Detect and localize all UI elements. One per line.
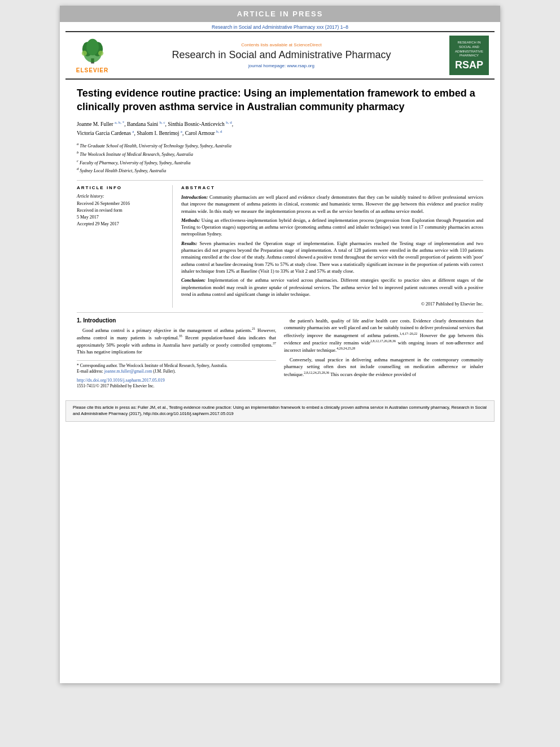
journal-title-text: Research in Social and Administrative Ph… — [119, 49, 444, 62]
right-paragraph-1: the patient's health, quality of life an… — [284, 317, 483, 353]
page: ARTICLE IN PRESS Research in Social and … — [60, 6, 500, 683]
article-info-col: ARTICLE INFO Article history: Received 2… — [77, 185, 173, 308]
email-link[interactable]: joanne.m.fuller@gmail.com — [104, 369, 152, 374]
right-paragraph-2: Conversely, usual practice in delivering… — [284, 356, 483, 378]
svg-point-5 — [81, 50, 86, 55]
body-two-col: 1. Introduction Good asthma control is a… — [77, 317, 483, 389]
corresponding-author-note: * Corresponding author. The Woolcock Ins… — [77, 363, 276, 369]
abstract-methods: Methods: Using an effectiveness-implemen… — [181, 217, 483, 238]
aip-banner: ARTICLE IN PRESS — [60, 6, 500, 22]
intro-right-text: the patient's health, quality of life an… — [284, 317, 483, 378]
intro-body-text: Good asthma control is a primary objecti… — [77, 326, 276, 356]
elsevier-text: ELSEVIER — [76, 67, 108, 73]
rsap-logo: RESEARCH INSOCIAL ANDADMINISTRATIVEPHARM… — [449, 36, 489, 75]
journal-meta-line: Research in Social and Administrative Ph… — [60, 22, 500, 31]
journal-homepage-url[interactable]: www.rsap.org — [287, 63, 314, 68]
journal-meta-text: Research in Social and Administrative Ph… — [212, 24, 348, 30]
citation-text: Please cite this article in press as: Fu… — [73, 405, 487, 416]
body-divider — [77, 312, 483, 313]
citation-box: Please cite this article in press as: Fu… — [65, 400, 495, 422]
issn-line: 1551-7411/© 2017 Published by Elsevier I… — [77, 383, 276, 390]
elsevier-logo: ELSEVIER — [71, 38, 113, 73]
email-note: E-mail address: joanne.m.fuller@gmail.co… — [77, 369, 276, 375]
article-dates: Received 26 September 2016 Received in r… — [77, 200, 167, 228]
doi-link[interactable]: http://dx.doi.org/10.1016/j.sapharm.2017… — [77, 378, 165, 383]
science-direct-label: Contents lists available at ScienceDirec… — [119, 42, 444, 47]
authors-line: Joanne M. Fuller a, b, *, Bandana Saini … — [77, 120, 483, 138]
affiliation-b: The Woolcock Institute of Medical Resear… — [80, 152, 193, 157]
affiliation-a: The Graduate School of Health, Universit… — [80, 143, 231, 148]
affiliation-d: Sydney Local Health District, Sydney, Au… — [80, 168, 166, 173]
svg-point-6 — [98, 50, 103, 55]
abstract-intro: Introduction: Community pharmacists are … — [181, 194, 483, 215]
copyright-line: © 2017 Published by Elsevier Inc. — [181, 301, 483, 308]
doi-line: http://dx.doi.org/10.1016/j.sapharm.2017… — [77, 377, 276, 383]
info-abstract-section: ARTICLE INFO Article history: Received 2… — [77, 180, 483, 308]
journal-header: ELSEVIER Contents lists available at Sci… — [65, 31, 495, 80]
body-right-col: the patient's health, quality of life an… — [284, 317, 483, 389]
abstract-col: ABSTRACT Introduction: Community pharmac… — [181, 185, 483, 308]
aip-banner-text: ARTICLE IN PRESS — [237, 10, 323, 18]
science-direct-link-text[interactable]: ScienceDirect — [294, 42, 321, 47]
elsevier-tree-icon — [76, 38, 110, 66]
article-content: Testing evidence routine practice: Using… — [60, 80, 500, 395]
accepted-date: Accepted 29 May 2017 — [77, 221, 119, 226]
journal-title-block: Contents lists available at ScienceDirec… — [119, 42, 444, 68]
abstract-results: Results: Seven pharmacies reached the Op… — [181, 240, 483, 275]
abstract-text: Introduction: Community pharmacists are … — [181, 194, 483, 308]
article-history-label: Article history: — [77, 194, 167, 199]
svg-point-4 — [86, 38, 99, 55]
intro-paragraph-1: Good asthma control is a primary objecti… — [77, 326, 276, 356]
revised-date: 5 May 2017 — [77, 215, 99, 220]
footnotes: * Corresponding author. The Woolcock Ins… — [77, 360, 276, 390]
journal-homepage: journal homepage: www.rsap.org — [119, 63, 444, 68]
rsap-abbr: RSAP — [455, 60, 483, 70]
affiliations: a The Graduate School of Health, Univers… — [77, 141, 483, 174]
received-date: Received 26 September 2016 — [77, 201, 130, 206]
intro-section-title: 1. Introduction — [77, 317, 276, 324]
rsap-label: RESEARCH INSOCIAL ANDADMINISTRATIVEPHARM… — [455, 41, 483, 58]
article-title: Testing evidence routine practice: Using… — [77, 86, 483, 114]
revised-label: Received in revised form — [77, 208, 123, 213]
affiliation-c: Faculty of Pharmacy, University of Sydne… — [80, 160, 191, 165]
article-info-header: ARTICLE INFO — [77, 185, 167, 190]
body-left-col: 1. Introduction Good asthma control is a… — [77, 317, 276, 389]
abstract-conclusion: Conclusion: Implementation of the asthma… — [181, 277, 483, 298]
abstract-header: ABSTRACT — [181, 185, 483, 190]
